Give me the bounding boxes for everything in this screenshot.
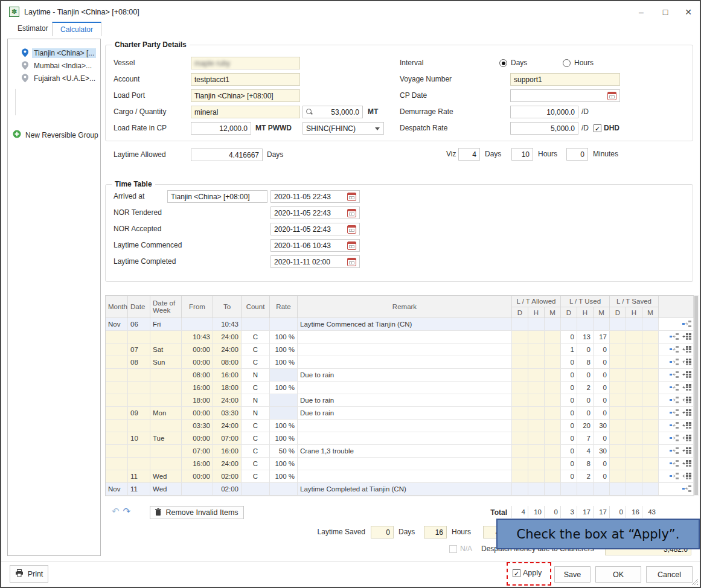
cell-date[interactable] [128,445,150,458]
cell-row-actions[interactable] [659,470,694,483]
cell-to[interactable]: 02:00 [213,483,242,496]
cell-date[interactable] [128,369,150,382]
cell-row-actions[interactable] [659,356,694,369]
cell-count[interactable]: C [242,356,270,369]
split-row-icon[interactable] [670,384,679,392]
cell-month[interactable] [106,331,128,344]
quantity-input[interactable]: 53,000.0 [302,106,363,118]
cell-saved[interactable] [642,382,659,394]
undo-icon[interactable]: ↶ [112,506,123,516]
cell-saved[interactable] [642,420,659,432]
cell-used[interactable]: 1 [561,344,577,356]
cell-saved[interactable] [626,445,642,458]
cell-used[interactable] [561,318,577,331]
split-row-icon[interactable] [670,422,679,430]
cell-allowed[interactable] [528,483,545,496]
cell-allowed[interactable] [528,458,545,470]
cell-used[interactable]: 0 [561,356,577,369]
cell-from[interactable]: 08:00 [182,369,213,382]
arrived-port-input[interactable]: Tianjin <China> [+08:00] [167,190,267,203]
cell-saved[interactable] [610,394,626,407]
split-row-icon[interactable] [670,371,679,379]
cell-remark[interactable]: Crane 1,3 trouble [298,445,512,458]
cell-allowed[interactable] [545,445,561,458]
cell-saved[interactable] [610,432,626,445]
cell-allowed[interactable] [545,470,561,483]
cell-to[interactable]: 24:00 [213,420,242,432]
cell-used[interactable] [577,483,594,496]
split-row-icon[interactable] [670,447,679,455]
cell-saved[interactable] [610,420,626,432]
cell-from[interactable]: 00:00 [182,356,213,369]
cell-saved[interactable] [642,394,659,407]
cell-count[interactable] [242,318,270,331]
cell-to[interactable]: 03:30 [213,407,242,420]
cell-date[interactable]: 08 [128,356,150,369]
cell-date[interactable]: 06 [128,318,150,331]
merge-rows-icon[interactable] [682,346,691,354]
datetime-input[interactable]: 2020-11-05 22:43 [270,223,360,235]
merge-rows-icon[interactable] [682,422,691,430]
laytime-saved-hours-input[interactable]: 16 [424,526,447,538]
cell-saved[interactable] [610,369,626,382]
cell-remark[interactable]: Laytime Completed at Tianjin (CN) [298,483,512,496]
merge-rows-icon[interactable] [682,333,691,341]
cell-month[interactable] [106,445,128,458]
cell-rate[interactable]: 100 % [270,382,298,394]
cell-used[interactable]: 13 [577,331,594,344]
cell-day-of-week[interactable] [150,331,182,344]
interval-hours-radio[interactable] [563,59,571,67]
viz-hours-input[interactable]: 10 [511,148,533,161]
cell-used[interactable] [561,483,577,496]
cell-day-of-week[interactable]: Wed [150,483,182,496]
cell-from[interactable]: 16:00 [182,382,213,394]
cell-month[interactable] [106,470,128,483]
save-button[interactable]: Save [554,566,591,583]
cell-day-of-week[interactable] [150,394,182,407]
cell-used[interactable]: 0 [594,432,610,445]
cell-date[interactable]: 11 [128,470,150,483]
laytime-saved-days-input[interactable]: 0 [371,526,394,538]
split-row-icon[interactable] [670,409,679,417]
cell-used[interactable]: 2 [577,470,594,483]
cell-allowed[interactable] [528,394,545,407]
split-row-icon[interactable] [670,333,679,341]
cell-allowed[interactable] [528,407,545,420]
cell-from[interactable]: 00:00 [182,432,213,445]
cell-saved[interactable] [626,407,642,420]
cell-from[interactable]: 00:00 [182,470,213,483]
cell-saved[interactable] [626,394,642,407]
cell-saved[interactable] [626,318,642,331]
cell-allowed[interactable] [545,407,561,420]
cell-allowed[interactable] [512,432,528,445]
cell-used[interactable]: 20 [577,420,594,432]
viz-minutes-input[interactable]: 0 [566,148,588,161]
cell-saved[interactable] [626,382,642,394]
cell-rate[interactable]: 100 % [270,420,298,432]
merge-rows-icon[interactable] [682,473,691,481]
cell-from[interactable]: 07:00 [182,445,213,458]
cell-used[interactable]: 8 [577,458,594,470]
cell-saved[interactable] [610,470,626,483]
cell-saved[interactable] [610,445,626,458]
cell-day-of-week[interactable] [150,420,182,432]
cell-month[interactable] [106,420,128,432]
cell-to[interactable]: 08:00 [213,356,242,369]
redo-icon[interactable]: ↷ [123,506,135,516]
ok-button[interactable]: OK [595,566,641,583]
sidebar-port-item[interactable]: Mumbai <India>... [8,59,100,72]
cell-month[interactable] [106,382,128,394]
merge-rows-icon[interactable] [682,409,691,417]
cell-remark[interactable] [298,470,512,483]
cell-used[interactable]: 0 [561,382,577,394]
cell-to[interactable]: 10:43 [213,318,242,331]
cell-allowed[interactable] [528,382,545,394]
load-rate-input[interactable]: 12,000.0 [191,122,251,135]
cell-day-of-week[interactable] [150,382,182,394]
cell-used[interactable]: 0 [594,344,610,356]
cell-saved[interactable] [610,318,626,331]
cell-count[interactable]: N [242,407,270,420]
cell-date[interactable] [128,420,150,432]
cell-used[interactable] [594,318,610,331]
cell-month[interactable] [106,394,128,407]
